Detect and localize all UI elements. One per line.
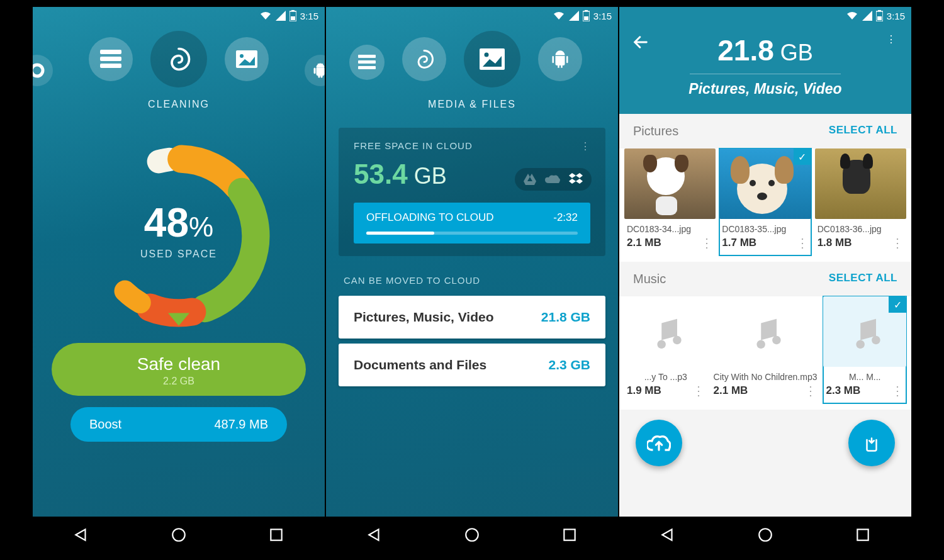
tab-apps[interactable] (538, 37, 582, 81)
dropbox-icon[interactable] (569, 173, 583, 186)
nav-back-icon[interactable] (366, 527, 383, 543)
screen-file-list: 3:15 ⋮ 21.8 GB Pictures, Music, Video Pi… (619, 6, 912, 554)
progress-bar (366, 232, 578, 235)
tab-media[interactable] (464, 31, 520, 87)
file-size: 1.8 MB (818, 237, 852, 249)
tab-bar (325, 37, 618, 87)
safe-clean-button[interactable]: Safe clean 2.2 GB (52, 343, 306, 396)
more-icon[interactable]: ⋮ (580, 140, 590, 152)
signal-icon (862, 11, 872, 21)
header: ⋮ 21.8 GB Pictures, Music, Video (619, 25, 911, 114)
battery-icon (583, 10, 590, 21)
nav-bar (326, 517, 618, 553)
nav-bar (619, 517, 911, 553)
svg-rect-30 (857, 529, 868, 540)
boost-button[interactable]: Boost 487.9 MB (70, 407, 287, 442)
menu-icon[interactable]: ⋮ (886, 33, 896, 45)
total-size-unit: GB (774, 40, 813, 65)
music-tile[interactable]: ...y To ...p3 1.9 MB⋮ (624, 296, 707, 403)
svg-rect-27 (878, 10, 881, 11)
boost-size: 487.9 MB (214, 417, 268, 432)
nav-recent-icon[interactable] (268, 527, 284, 543)
clock: 3:15 (300, 11, 318, 21)
item-menu-icon[interactable]: ⋮ (891, 235, 904, 250)
file-size: 2.1 MB (714, 384, 748, 397)
tab-apps[interactable] (305, 55, 325, 86)
svg-rect-18 (584, 16, 588, 20)
music-tile[interactable]: City With No Children.mp3 2.1 MB⋮ (711, 296, 820, 403)
item-menu-icon[interactable]: ⋮ (796, 235, 809, 250)
tab-cleaning[interactable] (402, 37, 446, 81)
gdrive-icon[interactable] (524, 174, 536, 185)
safe-clean-label: Safe clean (52, 354, 306, 374)
back-icon[interactable] (632, 33, 649, 51)
item-menu-icon[interactable]: ⋮ (700, 235, 713, 250)
cloud-free-label: FREE SPACE IN CLOUD (354, 140, 473, 152)
usage-donut: 48% USED SPACE (72, 129, 286, 343)
tab-label: CLEANING (33, 99, 325, 110)
svg-rect-21 (358, 66, 376, 69)
signal-icon (276, 11, 286, 21)
item-menu-icon[interactable]: ⋮ (891, 383, 904, 398)
fab-upload-cloud[interactable] (636, 420, 682, 466)
svg-rect-5 (100, 57, 121, 61)
thumbnail: ✓ (823, 296, 906, 367)
nav-recent-icon[interactable] (855, 527, 871, 543)
file-name: City With No Children.mp3 (714, 372, 818, 382)
select-all-music[interactable]: SELECT ALL (829, 272, 897, 286)
checkmark-icon: ✓ (889, 296, 906, 313)
picture-tile[interactable]: ✓ DC0183-35...jpg 1.7 MB⋮ (719, 148, 811, 255)
tab-storage[interactable] (89, 37, 133, 81)
nav-back-icon[interactable] (73, 527, 89, 543)
nav-back-icon[interactable] (660, 527, 676, 543)
svg-point-29 (759, 529, 772, 541)
nav-home-icon[interactable] (464, 527, 480, 543)
svg-rect-19 (358, 55, 376, 58)
nav-home-icon[interactable] (171, 527, 187, 543)
nav-home-icon[interactable] (757, 527, 773, 543)
nav-recent-icon[interactable] (561, 527, 578, 543)
picture-tile[interactable]: DC0183-36...jpg 1.8 MB⋮ (815, 148, 906, 255)
music-note-icon (649, 315, 683, 349)
tab-overview[interactable] (32, 55, 53, 86)
tab-cleaning[interactable] (150, 31, 207, 87)
cloud-upload-icon (647, 434, 671, 452)
svg-point-23 (485, 53, 489, 57)
item-menu-icon[interactable]: ⋮ (804, 383, 817, 398)
screen-media-files: 3:15 MEDIA & FILES FREE SPACE IN CLOUD ⋮ (325, 6, 619, 554)
tab-storage[interactable] (349, 45, 385, 80)
clock: 3:15 (593, 11, 612, 21)
subtitle: Pictures, Music, Video (619, 81, 911, 98)
item-menu-icon[interactable]: ⋮ (692, 383, 705, 398)
file-name: ...y To ...p3 (627, 372, 705, 382)
music-note-icon (748, 315, 782, 349)
move-to-cloud-label: CAN BE MOVED TO CLOUD (344, 275, 600, 286)
offload-time: -2:32 (553, 211, 578, 224)
row-documents-files[interactable]: Documents and Files 2.3 GB (339, 344, 605, 386)
svg-point-24 (466, 529, 478, 541)
onedrive-icon[interactable] (545, 174, 560, 184)
select-all-pictures[interactable]: SELECT ALL (829, 124, 897, 138)
cloud-free-value: 53.4 (354, 159, 408, 189)
clock: 3:15 (887, 11, 905, 21)
storage-icon (358, 55, 376, 70)
svg-point-3 (32, 65, 43, 76)
logo-icon (32, 63, 45, 78)
screen-cleaning: 3:15 CLEANING (32, 6, 325, 554)
music-tile[interactable]: ✓ M... M... 2.3 MB⋮ (823, 296, 906, 403)
cloud-card: FREE SPACE IN CLOUD ⋮ 53.4 GB OFFLOADING… (339, 128, 605, 256)
trash-icon (862, 432, 881, 454)
used-label: USED SPACE (140, 249, 217, 260)
thumbnail (624, 148, 716, 219)
offload-progress: OFFLOADING TO CLOUD -2:32 (354, 203, 590, 244)
row-pictures-music-video[interactable]: Pictures, Music, Video 21.8 GB (339, 296, 605, 339)
storage-icon (100, 50, 121, 69)
file-name: M... M... (826, 372, 904, 382)
file-size: 1.7 MB (722, 237, 756, 249)
offload-label: OFFLOADING TO CLOUD (366, 211, 493, 224)
svg-rect-6 (100, 64, 121, 68)
picture-tile[interactable]: DC0183-34...jpg 2.1 MB⋮ (624, 148, 716, 255)
fab-delete[interactable] (848, 420, 895, 466)
wifi-icon (846, 11, 858, 21)
tab-media[interactable] (225, 37, 269, 81)
